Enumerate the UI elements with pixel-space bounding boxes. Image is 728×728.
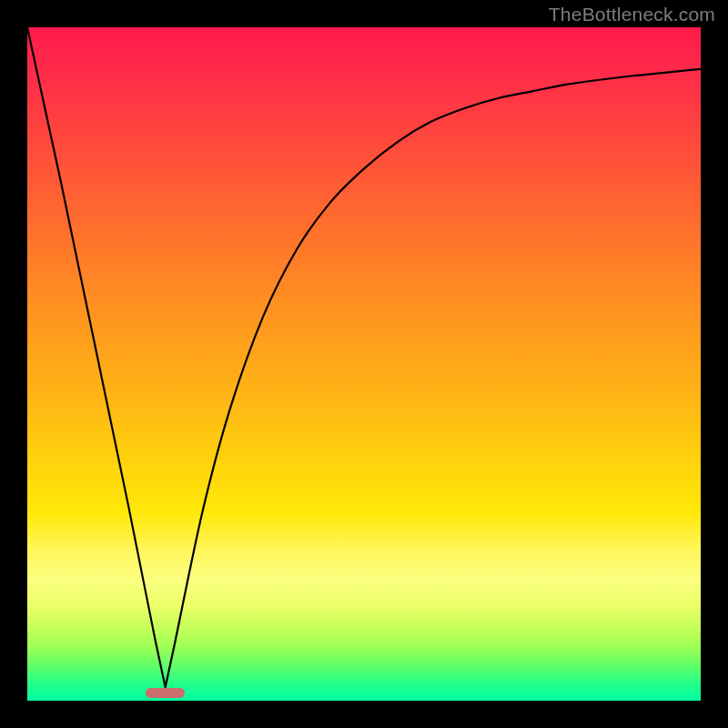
chart-frame: TheBottleneck.com (0, 0, 728, 728)
minimum-marker (146, 688, 185, 698)
watermark-text: TheBottleneck.com (549, 4, 715, 25)
plot-area (27, 27, 701, 701)
bottleneck-curve (27, 27, 701, 701)
